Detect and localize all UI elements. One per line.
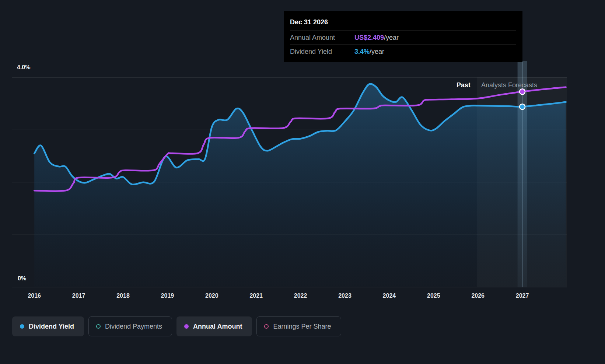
x-tick-label-2023: 2023 — [338, 293, 352, 299]
x-tick-label-2016: 2016 — [28, 293, 41, 299]
x-tick-label-2021: 2021 — [249, 293, 263, 299]
legend-label: Dividend Yield — [29, 323, 74, 330]
legend-earnings-per-share[interactable]: Earnings Per Share — [256, 316, 341, 336]
y-axis-label-top: 4.0% — [17, 64, 30, 71]
dividend-yield-area — [34, 84, 566, 287]
annual-amount-dot-icon — [184, 324, 189, 329]
tooltip-value: 3.4% — [354, 48, 370, 55]
x-tick-label-2017: 2017 — [72, 293, 85, 299]
chart-legend: Dividend Yield Dividend Payments Annual … — [12, 316, 341, 336]
dividend-yield-marker — [520, 104, 525, 109]
legend-dividend-yield[interactable]: Dividend Yield — [12, 316, 84, 336]
earnings-per-share-circle-icon — [264, 324, 269, 329]
x-tick-label-2022: 2022 — [294, 293, 307, 299]
tooltip-suffix: /year — [370, 48, 384, 55]
x-tick-label-2020: 2020 — [205, 293, 218, 299]
y-axis-label-bottom: 0% — [18, 275, 26, 282]
x-axis: 2016201720182019202020212022202320242025… — [0, 293, 605, 301]
x-tick-label-2027: 2027 — [516, 293, 529, 299]
past-zone-label: Past — [457, 81, 471, 89]
dividend-payments-circle-icon — [96, 324, 101, 329]
tooltip-row-dividend-yield: Dividend Yield 3.4%/year — [290, 45, 516, 59]
dividend-chart-page: 4.0% 0% 20162017201820192020202120222023… — [0, 0, 605, 364]
legend-annual-amount[interactable]: Annual Amount — [176, 316, 252, 336]
legend-label: Dividend Payments — [105, 323, 162, 330]
forecast-zone-label: Analysts Forecasts — [481, 81, 537, 89]
x-tick-label-2019: 2019 — [161, 293, 174, 299]
legend-label: Earnings Per Share — [273, 323, 331, 330]
x-tick-label-2025: 2025 — [427, 293, 440, 299]
x-tick-label-2018: 2018 — [116, 293, 130, 299]
chart-tooltip: Dec 31 2026 Annual Amount US$2.409/year … — [284, 11, 522, 62]
legend-label: Annual Amount — [193, 323, 242, 330]
x-tick-label-2024: 2024 — [383, 293, 396, 299]
tooltip-date: Dec 31 2026 — [290, 15, 516, 31]
tooltip-label: Dividend Yield — [290, 48, 354, 56]
tooltip-label: Annual Amount — [290, 34, 354, 42]
tooltip-value: US$2.409 — [354, 34, 384, 41]
dividend-yield-dot-icon — [20, 324, 24, 329]
tooltip-row-annual-amount: Annual Amount US$2.409/year — [290, 31, 516, 45]
tooltip-suffix: /year — [384, 34, 399, 41]
legend-dividend-payments[interactable]: Dividend Payments — [88, 316, 172, 336]
annual-amount-marker — [520, 89, 525, 94]
x-tick-label-2026: 2026 — [471, 293, 485, 299]
